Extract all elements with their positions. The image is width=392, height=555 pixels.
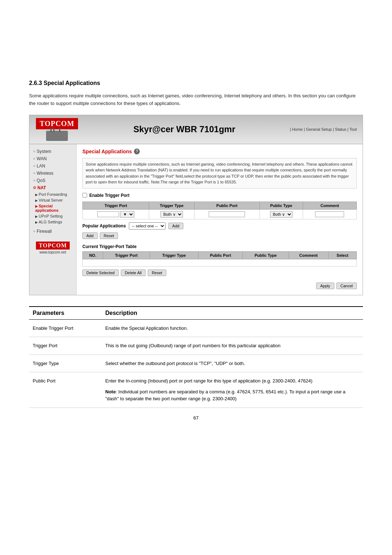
current-table-title: Current Trigger-Port Table [82,244,357,249]
page-section-title: Special Applications ? [82,149,357,154]
param-label: Trigger Type [29,355,102,372]
param-desc: Enter the In-coming (Inbound) port or po… [102,372,363,408]
description-text: Some applications require multiple conne… [82,158,357,189]
sidebar-sub-specialapps[interactable]: Special applications [29,203,76,213]
param-row-publicport: Public Port Enter the In-coming (Inbound… [29,372,363,408]
popular-apps-row: Popular Applications -- select one -- Ad… [82,222,357,230]
cancel-button[interactable]: Cancel [336,283,357,289]
param-label: Trigger Port [29,337,102,355]
router-panel: TOPCOM Skyr@cer WBR 7101gmr | Home | Gen… [29,115,363,295]
topcom-footer-logo: TOPCOM [36,242,70,250]
enable-trigger-row: Enable Trigger Port [82,193,357,198]
bullet-icon: ○ [33,164,35,168]
param-row-enable: Enable Trigger Port Enable the Special A… [29,320,363,337]
param-note: Note: Individual port numbers are separa… [105,388,359,402]
param-desc: Enable the Special Application function. [102,320,363,337]
apply-cancel-row: Apply Cancel [82,280,357,291]
router-logo-block: TOPCOM [35,118,79,141]
cth-public-port: Public Port [199,251,243,259]
comment-input[interactable] [315,211,344,217]
popular-apps-select[interactable]: -- select one -- [129,222,166,230]
th-comment: Comment [303,202,356,209]
popular-apps-label: Popular Applications [82,223,126,228]
sidebar-item-lan[interactable]: ○ LAN [29,162,76,170]
public-type-select[interactable]: Both ∨ TCP UDP [270,211,293,218]
cth-trigger-type: Trigger Type [150,251,199,259]
help-icon[interactable]: ? [134,149,140,154]
params-section: Parameters Description Enable Trigger Po… [29,306,363,408]
port-config-table: Trigger Port Trigger Type Public Port Pu… [82,202,357,219]
add-reset-row: Add Reset [82,232,357,239]
th-trigger-port: Trigger Port [83,202,149,209]
bullet-icon: ○ [33,171,35,175]
page-number: 67 [29,408,363,428]
enable-trigger-checkbox[interactable] [82,193,87,198]
apply-button[interactable]: Apply [316,283,334,289]
sidebar-item-wireless[interactable]: ○ Wireless [29,170,76,177]
current-port-table: NO. Trigger Port Trigger Type Public Por… [82,251,357,267]
sidebar: ○ System ○ WAN ○ LAN ○ Wireless ○ QoS [29,144,77,295]
sidebar-item-firewall[interactable]: ○ Firewall [29,228,76,235]
bullet-icon: ⊙ [33,186,36,190]
param-row-triggerport: Trigger Port This is the out going (Outb… [29,337,363,355]
add-button[interactable]: Add [168,223,184,229]
params-header: Parameters Description [29,307,363,320]
sidebar-footer: TOPCOM www.topcom.net [29,239,76,257]
params-header-col2: Description [105,310,359,316]
enable-trigger-label: Enable Trigger Port [89,193,130,198]
bullet-icon: ○ [33,149,35,153]
bottom-buttons-row: Delete Selected Delete All Reset [82,270,357,276]
trigger-type-select[interactable]: Both ∨ TCP UDP [160,211,183,218]
note-label: Note [105,389,116,394]
sidebar-sub-alg[interactable]: ALG Settings [29,219,76,225]
sidebar-item-qos[interactable]: ○ QoS [29,177,76,184]
cth-comment: Comment [289,251,328,259]
section-number: 2.6.3 [29,80,42,86]
th-public-type: Public Type [260,202,303,209]
router-header: TOPCOM Skyr@cer WBR 7101gmr | Home | Gen… [29,115,363,144]
cth-select: Select [328,251,357,259]
section-title: 2.6.3 Special Applications [29,80,363,86]
sidebar-sub-portforwarding[interactable]: Port Forwarding [29,191,76,197]
intro-paragraph: Some applications require multiple conne… [29,92,363,108]
params-header-col1: Parameters [33,310,105,316]
param-desc: Select whether the outbound port protoco… [102,355,363,372]
bullet-icon: ○ [33,229,35,233]
router-model-title: Skyr@cer WBR 7101gmr [79,124,290,134]
sidebar-item-wan[interactable]: ○ WAN [29,155,76,162]
trigger-port-select[interactable]: ▼ [120,211,134,218]
param-label: Public Port [29,372,102,408]
sidebar-item-system[interactable]: ○ System [29,148,76,155]
params-table: Enable Trigger Port Enable the Special A… [29,320,363,408]
cth-public-type: Public Type [243,251,289,259]
trigger-port-input[interactable] [97,211,119,217]
sidebar-item-nat[interactable]: ⊙ NAT [29,184,76,191]
bullet-icon: ○ [33,178,35,182]
param-row-triggertype: Trigger Type Select whether the outbound… [29,355,363,372]
reset-button[interactable]: Reset [100,232,118,239]
section-heading: Special Applications [44,80,100,86]
delete-all-button[interactable]: Delete All [121,270,146,276]
table-row: ▼ Both ∨ TCP UDP [83,209,357,219]
router-body: ○ System ○ WAN ○ LAN ○ Wireless ○ QoS [29,144,363,295]
th-public-port: Public Port [194,202,260,209]
delete-selected-button[interactable]: Delete Selected [82,270,119,276]
sidebar-sub-upnp[interactable]: UPnP Setting [29,213,76,219]
bullet-icon: ○ [33,157,35,161]
public-port-input[interactable] [209,211,245,217]
reset2-button[interactable]: Reset [148,270,166,276]
param-desc: This is the out going (Outbound) range o… [102,337,363,355]
topcom-logo: TOPCOM [36,118,78,129]
cth-no: NO. [83,251,103,259]
main-content: Special Applications ? Some applications… [77,144,363,295]
param-label: Enable Trigger Port [29,320,102,337]
th-trigger-type: Trigger Type [149,202,194,209]
topcom-website: www.topcom.net [33,250,73,254]
add-row-button[interactable]: Add [82,232,98,239]
cth-trigger-port: Trigger Port [103,251,150,259]
sidebar-sub-virtualserver[interactable]: Virtual Server [29,197,76,203]
current-table-empty-row [83,259,357,266]
nav-links[interactable]: | Home | General Setup | Status | Tool [290,127,357,131]
